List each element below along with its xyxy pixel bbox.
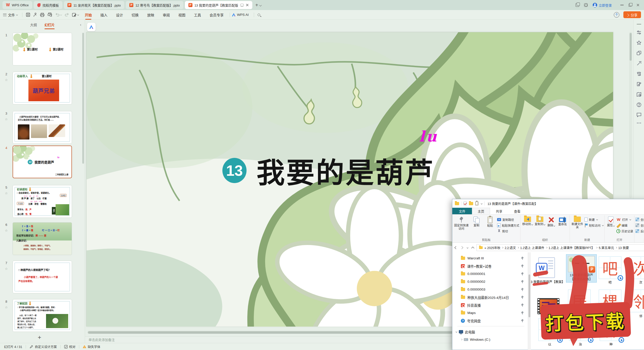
explorer-title-bar[interactable]: 13 我要的是葫芦【课件+教案匹配】: [452, 199, 644, 208]
folder-toolbar-icon[interactable]: [469, 202, 473, 205]
login-button[interactable]: 立即登录: [593, 3, 612, 8]
slide-thumbnail-8[interactable]: 8☆ 了解起因 □ 学习第1自然段的第1~3句，看课文插图，思考： 小葫芦长得怎…: [0, 299, 85, 332]
redo-button[interactable]: [65, 13, 69, 17]
switch-window-icon[interactable]: [576, 3, 579, 7]
select-none-button[interactable]: 全部取消选择: [635, 223, 644, 228]
slide-thumbnail-5[interactable]: 5☆ 初读感知 □ 自由读课文，读准字音，读通课文。 hú lu xiē yǐ …: [0, 185, 85, 218]
canvas-vertical-scrollbar[interactable]: [629, 32, 632, 198]
pin-quick-access-button[interactable]: 固定到快速访问: [453, 216, 469, 230]
breadcrumb-segment[interactable]: 13 我要: [618, 245, 629, 250]
magic-wand-icon[interactable]: [636, 61, 641, 66]
paste-button[interactable]: 粘贴: [484, 216, 497, 227]
tab-wps-home[interactable]: W WPS Office: [3, 1, 32, 9]
file-label[interactable]: 次: [629, 281, 644, 285]
file-char-gif[interactable]: 邻: [629, 290, 644, 312]
clipboard-toolbar-icon[interactable]: [475, 201, 478, 205]
more-dots-icon[interactable]: [637, 122, 641, 124]
expand-icon[interactable]: [461, 339, 462, 340]
tab-design[interactable]: 设计: [116, 12, 123, 17]
up-icon[interactable]: [471, 247, 474, 250]
file-label[interactable]: 治: [569, 342, 592, 346]
theme-clothes-icon[interactable]: [636, 71, 641, 76]
missing-font-warning[interactable]: ! 缺失字体: [83, 344, 100, 349]
file-ppt-selected[interactable]: P 13 我要的是葫芦【教案匹配版】: [566, 254, 597, 283]
back-icon[interactable]: [454, 246, 458, 249]
nav-item-warcraft[interactable]: Warcraft III: [452, 254, 528, 262]
help-icon[interactable]: [636, 102, 641, 107]
quick-access-dropdown-icon[interactable]: [481, 202, 482, 204]
restore-button[interactable]: [629, 4, 631, 7]
breadcrumb[interactable]: « 2025年秋 2上语文 1.2语上 上课课件 1.2语上 上课课件【教案版P…: [476, 244, 644, 251]
share-button[interactable]: 分享: [623, 11, 641, 18]
cut-button[interactable]: 剪切: [497, 229, 519, 233]
cloud-upload-icon[interactable]: [614, 12, 619, 18]
nav-item-kuake[interactable]: ?夸克网盘: [452, 317, 528, 325]
wps-ai-fab[interactable]: [87, 23, 96, 31]
close-window-button[interactable]: [636, 4, 639, 7]
new-folder-button[interactable]: 新建文件夹: [571, 216, 584, 229]
file-label[interactable]: 13 我要的是葫芦【教案】: [531, 280, 567, 284]
explorer-nav-scrollbar[interactable]: [528, 252, 531, 350]
export-pdf-button[interactable]: [33, 13, 37, 17]
nav-item-0001[interactable]: 0.00000001: [452, 270, 528, 278]
file-label[interactable]: 邻: [629, 314, 644, 318]
tab-list-dropdown-icon[interactable]: [259, 4, 262, 6]
file-char-gif[interactable]: 吧: [599, 256, 621, 279]
explorer-tab-home[interactable]: 主页: [472, 208, 490, 214]
edit-mode-button[interactable]: [72, 13, 79, 17]
slide-thumbnail-3[interactable]: 3☆ 小葫芦的本领可大着呢！它不仅可以变出葫芦娃, 还可以做成很多美丽的工艺品，…: [0, 111, 85, 144]
tab-slides[interactable]: 幻灯片: [45, 22, 55, 27]
paste-shortcut-button[interactable]: 粘贴快捷方式: [497, 223, 519, 228]
collapse-panel-icon[interactable]: ‹: [80, 23, 81, 27]
expand-icon[interactable]: [456, 331, 457, 333]
history-button[interactable]: 历史记录: [616, 229, 633, 233]
custom-design-button[interactable]: 自定义设计方案: [29, 344, 57, 349]
map-search-icon[interactable]: [636, 92, 641, 97]
print-button[interactable]: [40, 13, 45, 17]
new-tab-button[interactable]: +: [255, 2, 258, 8]
copy-path-button[interactable]: W复制路径: [497, 217, 519, 222]
rename-button[interactable]: 重命名: [556, 216, 569, 226]
tab-slideshow[interactable]: 放映: [147, 12, 154, 17]
integration-box-icon[interactable]: [584, 3, 588, 7]
shapes-copy-icon[interactable]: [636, 51, 641, 56]
file-char-gif[interactable]: 次: [629, 256, 644, 279]
panel-scrollbar[interactable]: [82, 33, 84, 164]
open-button[interactable]: W打开: [616, 217, 633, 222]
tab-docer-templates[interactable]: 找稻壳模板: [34, 1, 62, 9]
tab-member[interactable]: 会员专享: [210, 12, 224, 17]
signature-pen-icon[interactable]: [636, 82, 641, 87]
nav-item-0002[interactable]: 0.00000002: [452, 278, 528, 286]
edit-button[interactable]: 编辑: [616, 223, 633, 228]
nav-item-douyin[interactable]: 抖音直播: [452, 301, 528, 309]
slide-title-block[interactable]: 13 我要的是葫芦 lu: [222, 150, 435, 191]
slide-thumbnail-4-selected[interactable]: 4 lu 13 我要的是葫芦 二年级语文上册: [0, 146, 85, 178]
wps-ai-button[interactable]: WPS AI: [232, 13, 249, 17]
slide-thumbnail-1[interactable]: 1 第1课时 第2课时: [0, 33, 85, 65]
nav-item-0003[interactable]: 0.00000003: [452, 286, 528, 293]
undo-button[interactable]: [55, 13, 62, 17]
file-label[interactable]: 以: [538, 342, 561, 346]
breadcrumb-segment[interactable]: 1.2语上 上课课件: [520, 245, 544, 250]
star-effects-icon[interactable]: [636, 40, 641, 45]
comment-bubble-icon[interactable]: [636, 113, 641, 117]
breadcrumb-segment[interactable]: 5.第五单元: [599, 245, 614, 250]
adjust-sliders-icon[interactable]: [636, 30, 641, 35]
explorer-tab-share[interactable]: 共享: [490, 208, 508, 214]
checkbox-toolbar-icon[interactable]: [463, 202, 467, 205]
tab-pptx-13-active[interactable]: P 13 我要的是葫芦【教案匹配版: [185, 1, 252, 9]
save-button[interactable]: [26, 13, 30, 17]
move-to-button[interactable]: 移动到: [521, 216, 534, 226]
breadcrumb-segment[interactable]: 1.2语上 上课课件【教案版PPT】: [549, 245, 595, 250]
recent-locations-icon[interactable]: [467, 247, 468, 248]
file-menu-button[interactable]: 文件: [8, 12, 18, 17]
file-label[interactable]: 吧: [599, 281, 621, 285]
invert-selection-button[interactable]: 反向选择: [635, 229, 644, 233]
comment-icon[interactable]: [240, 4, 244, 7]
nav-item-this-pc[interactable]: 此电脑: [452, 328, 528, 336]
delete-button[interactable]: 删除: [546, 216, 556, 227]
print-preview-button[interactable]: [48, 13, 52, 17]
close-tab-icon[interactable]: [246, 4, 249, 7]
tab-home[interactable]: 开始: [85, 12, 92, 17]
collapse-dash-icon[interactable]: [637, 24, 641, 25]
